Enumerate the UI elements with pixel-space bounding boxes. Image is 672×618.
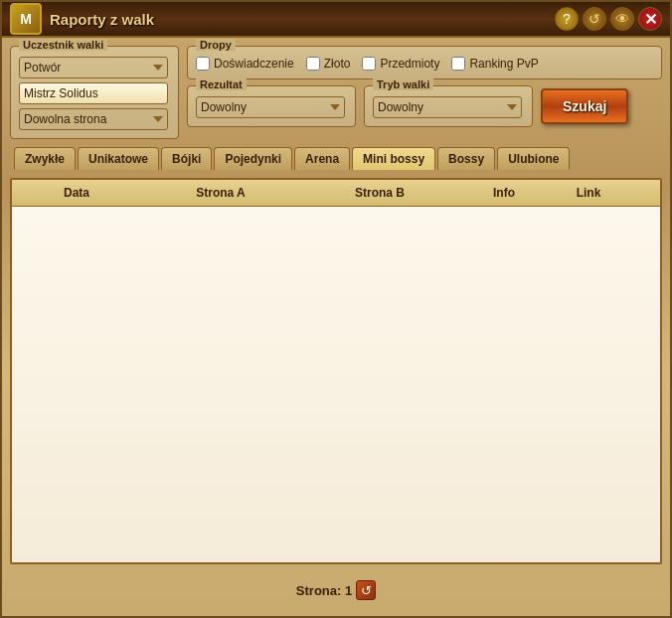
- checkbox-zloto[interactable]: Złoto: [306, 57, 351, 71]
- table-body: [12, 207, 660, 562]
- eye-button[interactable]: 👁: [610, 7, 634, 31]
- checkbox-doswiadczenie-input[interactable]: [196, 57, 210, 71]
- uczestnik-fieldset: Uczestnik walki Potwór Gracz Dowolny Dow…: [10, 46, 179, 139]
- col-strona-a: Strona A: [141, 186, 300, 200]
- uczestnik-name-input[interactable]: [19, 82, 168, 104]
- tabs-bar: Zwykłe Unikatowe Bójki Pojedynki Arena M…: [10, 147, 662, 170]
- page-label: Strona: 1: [296, 583, 352, 598]
- checkbox-zloto-label: Złoto: [324, 57, 351, 71]
- content-area: Uczestnik walki Potwór Gracz Dowolny Dow…: [2, 38, 670, 616]
- bottom-controls: Rezultat Dowolny Wygrana Przegrana Remis…: [187, 85, 662, 127]
- checkbox-ranking-pvp-label: Ranking PvP: [469, 57, 538, 71]
- col-data: Data: [12, 186, 141, 200]
- tab-bojki[interactable]: Bójki: [161, 147, 212, 170]
- page-refresh-button[interactable]: ↺: [356, 580, 376, 600]
- col-link: Link: [549, 186, 628, 200]
- tryb-select[interactable]: Dowolny PvP PvE: [373, 96, 522, 118]
- rezultat-legend: Rezultat: [196, 78, 247, 90]
- search-button[interactable]: Szukaj: [541, 88, 628, 124]
- tab-unikatowe[interactable]: Unikatowe: [78, 147, 159, 170]
- checkbox-doswiadczenie-label: Doświadczenie: [214, 57, 294, 71]
- footer-bar: Strona: 1 ↺: [10, 572, 662, 608]
- tryb-fieldset: Tryb walki Dowolny PvP PvE: [364, 85, 533, 127]
- checkbox-przedmioty[interactable]: Przedmioty: [362, 57, 439, 71]
- rezultat-fieldset: Rezultat Dowolny Wygrana Przegrana Remis: [187, 85, 356, 127]
- refresh-button[interactable]: ↺: [583, 7, 606, 31]
- close-button[interactable]: ✕: [638, 7, 662, 31]
- title-bar-buttons: ? ↺ 👁 ✕: [555, 7, 662, 31]
- rezultat-select[interactable]: Dowolny Wygrana Przegrana Remis: [196, 96, 345, 118]
- tryb-legend: Tryb walki: [373, 78, 433, 90]
- checkbox-przedmioty-input[interactable]: [362, 57, 376, 71]
- tab-ulubione[interactable]: Ulubione: [497, 147, 570, 170]
- col-strona-b: Strona B: [300, 186, 459, 200]
- tab-arena[interactable]: Arena: [294, 147, 350, 170]
- uczestnik-legend: Uczestnik walki: [19, 39, 107, 51]
- tab-zwykle[interactable]: Zwykłe: [14, 147, 76, 170]
- help-button[interactable]: ?: [555, 7, 579, 31]
- table-header: Data Strona A Strona B Info Link: [12, 180, 660, 207]
- logo: M: [10, 3, 42, 35]
- checkbox-przedmioty-label: Przedmioty: [380, 57, 439, 71]
- title-bar: M Raporty z walk ? ↺ 👁 ✕: [2, 2, 670, 38]
- main-window: M Raporty z walk ? ↺ 👁 ✕ Uczestnik walki…: [0, 0, 672, 618]
- uczestnik-side-select[interactable]: Dowolna strona Strona A Strona B: [19, 108, 168, 130]
- col-info: Info: [459, 186, 549, 200]
- checkbox-doswiadczenie[interactable]: Doświadczenie: [196, 57, 294, 71]
- checkbox-ranking-pvp-input[interactable]: [451, 57, 465, 71]
- top-controls: Uczestnik walki Potwór Gracz Dowolny Dow…: [10, 46, 662, 139]
- window-title: Raporty z walk: [50, 11, 555, 28]
- tab-pojedynki[interactable]: Pojedynki: [214, 147, 292, 170]
- dropy-fieldset: Dropy Doświadczenie Złoto Przedmioty: [187, 46, 662, 79]
- dropy-legend: Dropy: [196, 39, 236, 51]
- checkbox-zloto-input[interactable]: [306, 57, 320, 71]
- checkbox-ranking-pvp[interactable]: Ranking PvP: [451, 57, 538, 71]
- uczestnik-type-select[interactable]: Potwór Gracz Dowolny: [19, 57, 168, 78]
- results-table: Data Strona A Strona B Info Link: [10, 178, 662, 564]
- tab-bossy[interactable]: Bossy: [437, 147, 495, 170]
- tab-mini-bossy[interactable]: Mini bossy: [352, 147, 435, 170]
